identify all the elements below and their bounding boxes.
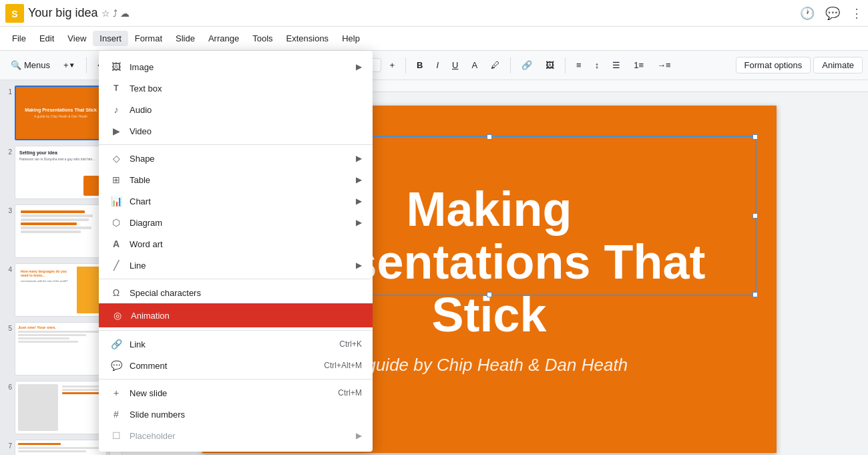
add-slide-btn[interactable]: + ▼	[58, 55, 81, 76]
comments-icon[interactable]: 💬	[825, 6, 840, 21]
underline-btn[interactable]: U	[447, 55, 463, 76]
video-icon: ▶	[110, 124, 123, 138]
slide-thumb-6[interactable]: 6	[3, 381, 107, 434]
font-size-increase-btn[interactable]: +	[384, 55, 400, 76]
history-icon[interactable]: ⤴	[113, 8, 118, 19]
menu-insert[interactable]: Insert	[93, 31, 128, 46]
menu-item-new-slide[interactable]: + New slide Ctrl+M	[99, 382, 373, 404]
link-menu-icon: 🔗	[110, 337, 123, 351]
menu-item-diagram[interactable]: ⬡ Diagram ▶	[99, 212, 373, 233]
menu-item-chart[interactable]: 📊 Chart ▶	[99, 190, 373, 212]
slide-thumb-2[interactable]: 2 Setting your idea Patterson ran in Dun…	[3, 146, 107, 199]
format-options-btn[interactable]: Format options	[736, 57, 811, 73]
cloud-icon[interactable]: ☁	[120, 8, 130, 19]
menu-file[interactable]: File	[5, 31, 33, 46]
bullets-btn[interactable]: ☰	[607, 55, 626, 76]
handle-tm[interactable]	[487, 134, 492, 140]
audio-label: Audio	[130, 105, 362, 115]
chart-arrow: ▶	[356, 196, 362, 206]
align-btn[interactable]: ≡	[571, 55, 587, 76]
menu-item-animation[interactable]: ◎ Animation	[99, 303, 373, 327]
thumb-6-right	[61, 384, 103, 431]
thumb-4-title: How many languages do you need to know..…	[21, 269, 71, 277]
bold-btn[interactable]: B	[411, 55, 428, 76]
menu-item-audio[interactable]: ♪ Audio	[99, 99, 373, 120]
menu-extensions[interactable]: Extensions	[280, 31, 336, 46]
insert-image-btn[interactable]: 🖼	[540, 55, 560, 76]
menus-label: Menus	[24, 60, 50, 70]
slide-img-7	[15, 440, 107, 455]
menu-help[interactable]: Help	[335, 31, 367, 46]
image-label: Image	[130, 62, 356, 72]
wordart-label: Word art	[130, 239, 362, 249]
handle-br[interactable]	[752, 292, 758, 297]
link-btn[interactable]: 🔗	[516, 55, 537, 76]
numbered-list-btn[interactable]: 1≡	[628, 55, 649, 76]
menu-view[interactable]: View	[61, 31, 93, 46]
line-label: Line	[130, 261, 356, 271]
slide-thumb-3[interactable]: 3	[3, 204, 107, 258]
menu-item-table[interactable]: ⊞ Table ▶	[99, 169, 373, 190]
menu-edit[interactable]: Edit	[33, 31, 61, 46]
menu-section-shapes: ◇ Shape ▶ ⊞ Table ▶ 📊 Chart ▶ ⬡ Diagram …	[99, 145, 373, 279]
video-label: Video	[130, 126, 362, 136]
menu-item-slide-numbers[interactable]: # Slide numbers	[99, 404, 373, 425]
slide-panel: 1 Making Presentations That Stick A guid…	[0, 80, 110, 455]
new-slide-icon: +	[110, 386, 123, 400]
line-icon: ╱	[110, 259, 123, 272]
menu-item-line[interactable]: ╱ Line ▶	[99, 255, 373, 276]
star-icon[interactable]: ☆	[101, 8, 110, 19]
thumb-6-left	[18, 384, 58, 431]
menu-item-video[interactable]: ▶ Video	[99, 120, 373, 142]
indent-btn[interactable]: →≡	[652, 55, 676, 76]
menu-tools[interactable]: Tools	[246, 31, 279, 46]
menu-slide[interactable]: Slide	[169, 31, 202, 46]
handle-mr[interactable]	[752, 213, 758, 218]
slide-thumb-5[interactable]: 5 Just one! Your own.	[3, 322, 107, 375]
search-menus-btn[interactable]: 🔍 Menus	[5, 55, 55, 76]
handle-tr[interactable]	[752, 134, 758, 140]
search-icon: 🔍	[11, 60, 21, 70]
menu-arrange[interactable]: Arrange	[202, 31, 246, 46]
slide-subtitle: A guide by Chip Heath & Dan Heath	[351, 355, 628, 375]
menu-item-special-chars[interactable]: Ω Special characters	[99, 282, 373, 303]
slide-numbers-icon: #	[110, 408, 123, 421]
title-icons: ☆ ⤴ ☁	[101, 8, 130, 19]
italic-btn[interactable]: I	[431, 55, 444, 76]
menu-section-link: 🔗 Link Ctrl+K 💬 Comment Ctrl+Alt+M	[99, 331, 373, 380]
slide-numbers-label: Slide numbers	[130, 410, 362, 420]
insert-dropdown-menu: 🖼 Image ▶ T Text box ♪ Audio ▶ Video ◇ S…	[99, 51, 373, 452]
diagram-label: Diagram	[130, 218, 356, 228]
slide-img-6	[15, 381, 107, 434]
handle-bm[interactable]	[487, 292, 492, 297]
more-options-icon[interactable]: ⋮	[851, 6, 863, 21]
line-spacing-btn[interactable]: ↕	[590, 55, 605, 76]
textbox-icon: T	[110, 82, 123, 95]
menu-item-comment[interactable]: 💬 Comment Ctrl+Alt+M	[99, 355, 373, 376]
slide-img-3	[15, 204, 107, 258]
menu-item-wordart[interactable]: A Word art	[99, 233, 373, 255]
menu-item-shape[interactable]: ◇ Shape ▶	[99, 148, 373, 169]
separator-1	[86, 57, 87, 73]
menu-item-textbox[interactable]: T Text box	[99, 78, 373, 99]
link-label: Link	[130, 339, 339, 349]
comment-label: Comment	[130, 361, 324, 371]
audio-icon: ♪	[110, 103, 123, 116]
placeholder-icon: ☐	[110, 429, 123, 442]
slide-thumb-4[interactable]: 4 How many languages do you need to know…	[3, 263, 107, 317]
doc-title[interactable]: Your big idea	[28, 6, 97, 20]
menu-item-link[interactable]: 🔗 Link Ctrl+K	[99, 333, 373, 355]
menu-format[interactable]: Format	[128, 31, 169, 46]
slide-thumb-1[interactable]: 1 Making Presentations That Stick A guid…	[3, 86, 107, 140]
slide-img-1: Making Presentations That Stick A guide …	[15, 86, 107, 140]
history-top-icon[interactable]: 🕐	[800, 6, 815, 21]
animate-btn[interactable]: Animate	[813, 57, 863, 73]
text-color-btn[interactable]: A	[466, 55, 483, 76]
slide-num-3: 3	[3, 204, 12, 214]
separator-6	[510, 57, 511, 73]
link-shortcut: Ctrl+K	[339, 339, 362, 349]
slide-thumb-7[interactable]: 7	[3, 440, 107, 455]
highlight-btn[interactable]: 🖊	[485, 55, 505, 76]
menu-item-placeholder[interactable]: ☐ Placeholder ▶	[99, 425, 373, 446]
menu-item-image[interactable]: 🖼 Image ▶	[99, 56, 373, 78]
